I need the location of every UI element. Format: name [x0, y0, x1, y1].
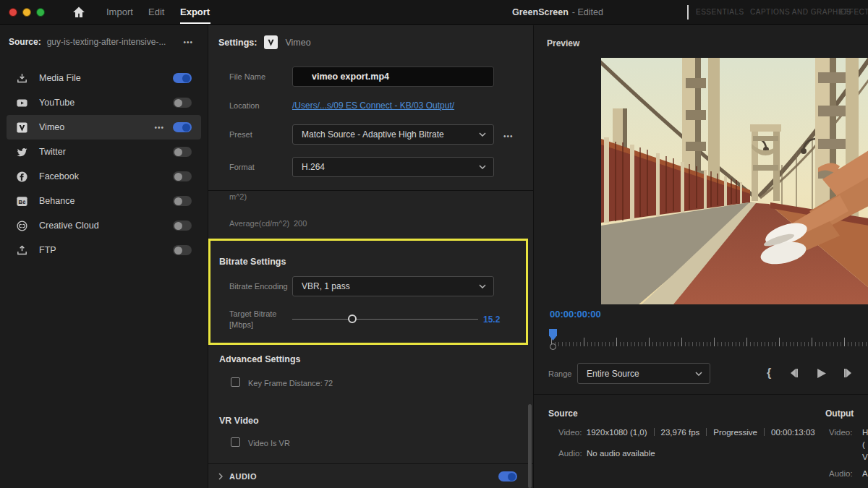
vimeo-toggle[interactable]	[173, 122, 192, 132]
audio-label: Audio:	[558, 449, 582, 458]
facebook-toggle[interactable]	[173, 171, 192, 181]
audio-section-divider	[208, 463, 533, 464]
range-marker[interactable]	[550, 343, 556, 350]
location-label: Location	[229, 101, 260, 110]
output-audio-label: Audio:	[829, 469, 853, 478]
twitter-toggle[interactable]	[173, 147, 192, 157]
target-bitrate-label-text: Target Bitrate	[229, 309, 276, 318]
vimeo-more-icon[interactable]: •••	[154, 124, 164, 132]
media-file-icon	[16, 72, 28, 85]
active-tab-underline	[180, 22, 210, 24]
tab-import[interactable]: Import	[106, 0, 133, 25]
chevron-down-icon	[695, 372, 702, 376]
current-timecode: 00:00:00:00	[550, 309, 601, 320]
sidebar-item-creative-cloud[interactable]: Creative Cloud	[7, 213, 201, 238]
bridge-scene	[601, 58, 868, 304]
source-more-icon[interactable]: •••	[183, 38, 193, 46]
menu-essentials[interactable]: ESSENTIALS	[696, 0, 744, 25]
titlebar-divider	[687, 5, 689, 20]
sidebar-item-twitter[interactable]: Twitter	[7, 140, 201, 164]
range-value: Entire Source	[587, 369, 695, 379]
step-forward-button[interactable]	[839, 363, 858, 383]
audio-toggle[interactable]	[498, 471, 517, 481]
media-file-toggle[interactable]	[173, 73, 192, 83]
range-dropdown[interactable]: Entire Source	[577, 363, 710, 384]
sidebar-item-label: Twitter	[39, 147, 173, 157]
tab-edit[interactable]: Edit	[148, 0, 164, 25]
brace-icon: {	[767, 367, 771, 380]
output-video-fragment-3: V	[862, 453, 868, 461]
ftp-upload-icon	[16, 244, 28, 257]
audio-section-row[interactable]: AUDIO	[208, 465, 533, 488]
settings-scrollbar[interactable]	[528, 404, 532, 488]
twitter-icon	[16, 146, 28, 158]
average-value: 200	[294, 219, 307, 228]
sidebar-item-media-file[interactable]: Media File	[7, 66, 201, 90]
source-filename: guy-is-texting-after-intensive-...	[47, 37, 166, 47]
creative-cloud-icon	[16, 220, 28, 232]
video-scan: Progressive	[713, 428, 757, 437]
home-icon[interactable]	[72, 5, 86, 20]
sidebar-item-facebook[interactable]: Facebook	[7, 164, 201, 189]
svg-text:Bē: Bē	[19, 198, 27, 205]
bitrate-encoding-dropdown[interactable]: VBR, 1 pass	[292, 276, 494, 296]
video-fps: 23,976 fps	[661, 428, 700, 437]
target-bitrate-label: Target Bitrate [Mbps]	[229, 309, 276, 330]
destination-sidebar: Source:guy-is-texting-after-intensive-..…	[0, 25, 208, 488]
step-forward-icon	[843, 368, 854, 378]
source-audio-row: Audio: No audio available	[558, 449, 655, 458]
output-video-label: Video:	[829, 428, 852, 437]
sidebar-item-ftp[interactable]: FTP	[7, 238, 201, 262]
chevron-down-icon	[479, 132, 486, 137]
menu-captions-and-graphics[interactable]: CAPTIONS AND GRAPHICS	[750, 0, 851, 25]
zoom-window-button[interactable]	[36, 8, 45, 17]
sidebar-item-label: Creative Cloud	[39, 221, 173, 231]
close-window-button[interactable]	[9, 8, 17, 17]
tab-export[interactable]: Export	[180, 0, 210, 25]
youtube-icon	[16, 97, 28, 109]
set-in-out-button[interactable]: {	[760, 363, 778, 383]
target-bitrate-slider[interactable]	[292, 319, 478, 320]
average-label: Average(cd/m^2)	[229, 219, 289, 228]
format-label: Format	[229, 163, 255, 171]
sidebar-item-label: Facebook	[39, 171, 173, 181]
format-dropdown[interactable]: H.264	[292, 157, 494, 177]
vimeo-icon	[16, 121, 28, 134]
preset-dropdown[interactable]: Match Source - Adaptive High Bitrate	[292, 124, 494, 145]
settings-header: Settings: Vimeo	[218, 35, 311, 49]
source-row: Source:guy-is-texting-after-intensive-..…	[9, 37, 199, 51]
chevron-down-icon	[479, 284, 486, 288]
file-name-input[interactable]	[292, 67, 494, 87]
bitrate-encoding-label: Bitrate Encoding	[229, 282, 288, 291]
sidebar-item-behance[interactable]: Bē Behance	[7, 189, 201, 213]
ftp-toggle[interactable]	[173, 245, 192, 255]
youtube-toggle[interactable]	[173, 98, 192, 108]
chevron-down-icon	[479, 165, 486, 169]
target-bitrate-value: 15.2	[483, 314, 500, 325]
menu-effects[interactable]: EFFECTS	[839, 0, 868, 25]
creative-cloud-toggle[interactable]	[173, 221, 192, 231]
video-is-vr-checkbox[interactable]	[231, 437, 240, 447]
sidebar-item-vimeo[interactable]: Vimeo •••	[7, 115, 201, 140]
behance-icon: Bē	[16, 195, 28, 207]
play-button[interactable]	[812, 363, 830, 383]
preset-value: Match Source - Adaptive High Bitrate	[302, 129, 479, 140]
timeline-ruler[interactable]	[551, 332, 868, 346]
preset-more-icon[interactable]: •••	[503, 132, 514, 140]
step-back-button[interactable]	[784, 363, 803, 383]
behance-toggle[interactable]	[173, 196, 192, 206]
slider-handle[interactable]	[348, 314, 357, 323]
chevron-right-icon	[218, 473, 223, 480]
location-link[interactable]: /Users/...s/09 ES Connect - KB/03 Output…	[292, 100, 454, 111]
keyframe-checkbox[interactable]	[231, 377, 240, 387]
info-divider	[534, 394, 868, 395]
sidebar-item-label: FTP	[39, 245, 173, 255]
settings-label: Settings:	[218, 38, 257, 48]
preset-label: Preset	[229, 130, 252, 139]
minimize-window-button[interactable]	[22, 8, 31, 17]
section-divider	[208, 190, 533, 191]
sidebar-item-youtube[interactable]: YouTube	[7, 90, 201, 115]
preview-video	[601, 58, 868, 304]
video-duration: 00:00:13:03	[771, 428, 815, 437]
source-label: Source:	[9, 37, 41, 47]
